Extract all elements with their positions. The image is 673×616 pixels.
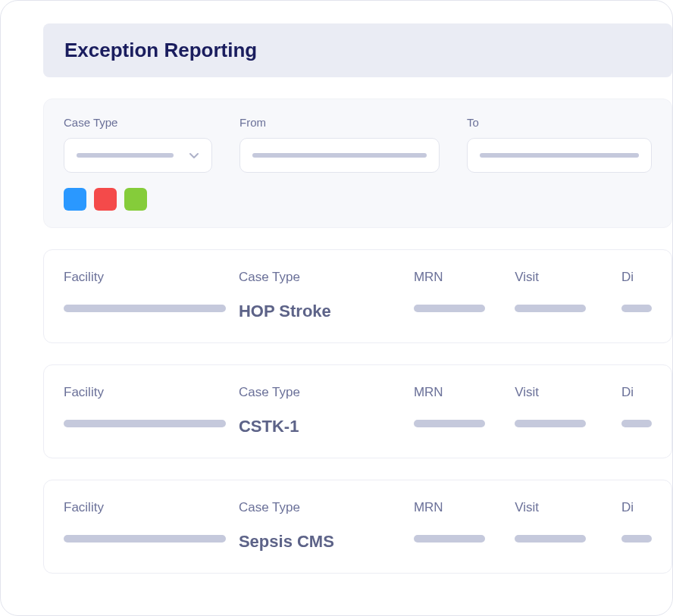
col-facility: Facility	[64, 270, 239, 321]
from-date-input[interactable]	[239, 138, 440, 173]
skeleton-mrn	[414, 420, 485, 427]
filter-label-from: From	[239, 116, 440, 129]
filter-panel: Case Type From To	[43, 98, 672, 228]
skeleton-facility	[64, 420, 226, 427]
col-label-case-type: Case Type	[239, 385, 414, 400]
case-type-value: CSTK-1	[239, 417, 414, 436]
col-mrn: MRN	[414, 270, 515, 321]
card-row: Facility Case Type Sepsis CMS MRN Visit …	[64, 500, 652, 552]
col-label-mrn: MRN	[414, 270, 515, 285]
col-label-mrn: MRN	[414, 500, 515, 515]
chevron-down-icon	[189, 150, 199, 161]
skeleton-facility	[64, 535, 226, 543]
col-label-visit: Visit	[515, 270, 621, 285]
filter-label-case-type: Case Type	[64, 116, 212, 129]
case-type-select[interactable]	[64, 138, 212, 173]
case-type-value: Sepsis CMS	[239, 532, 414, 552]
color-chips	[64, 188, 652, 211]
app-window: Exception Reporting Case Type From	[0, 0, 673, 616]
placeholder-bar	[77, 153, 174, 158]
filter-row: Case Type From To	[64, 116, 652, 173]
result-card: Facility Case Type CSTK-1 MRN Visit Di	[43, 364, 672, 458]
filter-group-to: To	[467, 116, 652, 173]
result-card: Facility Case Type HOP Stroke MRN Visit …	[43, 249, 672, 343]
col-facility: Facility	[64, 385, 239, 436]
col-di: Di	[621, 270, 652, 321]
filter-group-case-type: Case Type	[64, 116, 212, 173]
col-label-visit: Visit	[515, 500, 621, 515]
skeleton-di	[621, 535, 652, 543]
col-label-case-type: Case Type	[239, 270, 414, 285]
page-header: Exception Reporting	[43, 23, 672, 77]
col-di: Di	[621, 385, 652, 436]
filter-label-to: To	[467, 116, 652, 129]
col-mrn: MRN	[414, 385, 515, 436]
col-label-di: Di	[621, 500, 652, 515]
skeleton-facility	[64, 305, 226, 312]
col-case-type: Case Type HOP Stroke	[239, 270, 414, 321]
placeholder-bar	[252, 153, 427, 158]
filter-group-from: From	[239, 116, 440, 173]
card-row: Facility Case Type CSTK-1 MRN Visit Di	[64, 385, 652, 436]
col-visit: Visit	[515, 500, 621, 552]
col-case-type: Case Type Sepsis CMS	[239, 500, 414, 552]
col-label-facility: Facility	[64, 270, 239, 285]
col-label-facility: Facility	[64, 385, 239, 400]
col-di: Di	[621, 500, 652, 552]
col-label-visit: Visit	[515, 385, 621, 400]
col-mrn: MRN	[414, 500, 515, 552]
col-case-type: Case Type CSTK-1	[239, 385, 414, 436]
color-chip-green[interactable]	[124, 188, 147, 211]
col-visit: Visit	[515, 385, 621, 436]
col-label-di: Di	[621, 385, 652, 400]
color-chip-blue[interactable]	[64, 188, 86, 211]
placeholder-bar	[480, 153, 639, 158]
card-row: Facility Case Type HOP Stroke MRN Visit …	[64, 270, 652, 321]
result-card: Facility Case Type Sepsis CMS MRN Visit …	[43, 480, 672, 574]
skeleton-visit	[515, 420, 586, 427]
color-chip-red[interactable]	[94, 188, 117, 211]
col-label-di: Di	[621, 270, 652, 285]
skeleton-mrn	[414, 535, 485, 543]
skeleton-visit	[515, 535, 586, 543]
page-title: Exception Reporting	[64, 39, 651, 62]
to-date-input[interactable]	[467, 138, 652, 173]
col-label-case-type: Case Type	[239, 500, 414, 515]
skeleton-di	[621, 305, 652, 312]
col-visit: Visit	[515, 270, 621, 321]
skeleton-mrn	[414, 305, 485, 312]
skeleton-visit	[515, 305, 586, 312]
col-label-facility: Facility	[64, 500, 239, 515]
col-facility: Facility	[64, 500, 239, 552]
case-type-value: HOP Stroke	[239, 302, 414, 321]
col-label-mrn: MRN	[414, 385, 515, 400]
skeleton-di	[621, 420, 652, 427]
